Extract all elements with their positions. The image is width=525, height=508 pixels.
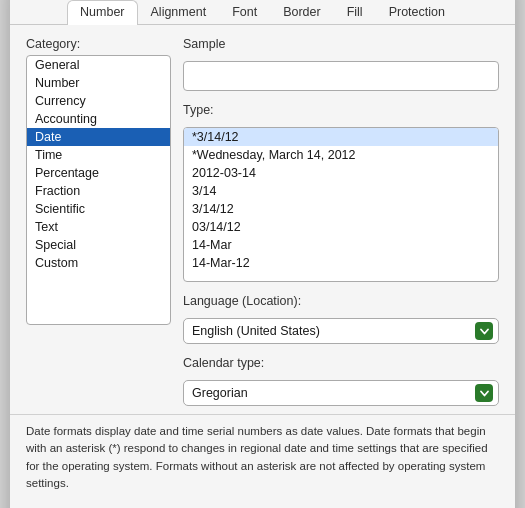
tab-border[interactable]: Border (270, 0, 334, 25)
sample-box (183, 61, 499, 91)
category-item-special[interactable]: Special (27, 236, 170, 254)
category-list[interactable]: General Number Currency Accounting Date … (26, 55, 171, 325)
button-row: Cancel OK (10, 502, 515, 508)
left-panel: Category: General Number Currency Accoun… (26, 37, 171, 406)
tab-font[interactable]: Font (219, 0, 270, 25)
calendar-select-wrapper: Gregorian Islamic Hebrew Japanese (183, 380, 499, 406)
main-content: Category: General Number Currency Accoun… (10, 25, 515, 414)
language-select-wrapper: English (United States) English (UK) Spa… (183, 318, 499, 344)
type-item-8[interactable]: 14-Mar-12 (184, 254, 498, 272)
type-label: Type: (183, 103, 499, 117)
category-item-general[interactable]: General (27, 56, 170, 74)
type-item-4[interactable]: 3/14 (184, 182, 498, 200)
category-item-number[interactable]: Number (27, 74, 170, 92)
type-list[interactable]: *3/14/12 *Wednesday, March 14, 2012 2012… (183, 127, 499, 282)
sample-label: Sample (183, 37, 499, 51)
calendar-label: Calendar type: (183, 356, 499, 370)
category-item-date[interactable]: Date (27, 128, 170, 146)
category-item-time[interactable]: Time (27, 146, 170, 164)
right-panel: Sample Type: *3/14/12 *Wednesday, March … (183, 37, 499, 406)
category-item-text[interactable]: Text (27, 218, 170, 236)
tab-alignment[interactable]: Alignment (138, 0, 220, 25)
tab-number[interactable]: Number (67, 0, 137, 25)
description-text: Date formats display date and time seria… (10, 414, 515, 502)
type-item-6[interactable]: 03/14/12 (184, 218, 498, 236)
type-item-3[interactable]: 2012-03-14 (184, 164, 498, 182)
category-item-accounting[interactable]: Accounting (27, 110, 170, 128)
category-item-custom[interactable]: Custom (27, 254, 170, 272)
tab-protection[interactable]: Protection (376, 0, 458, 25)
category-item-currency[interactable]: Currency (27, 92, 170, 110)
language-select[interactable]: English (United States) English (UK) Spa… (183, 318, 499, 344)
language-label: Language (Location): (183, 294, 499, 308)
category-item-percentage[interactable]: Percentage (27, 164, 170, 182)
type-item-1[interactable]: *3/14/12 (184, 128, 498, 146)
type-item-7[interactable]: 14-Mar (184, 236, 498, 254)
tab-fill[interactable]: Fill (334, 0, 376, 25)
type-item-2[interactable]: *Wednesday, March 14, 2012 (184, 146, 498, 164)
category-item-scientific[interactable]: Scientific (27, 200, 170, 218)
format-cells-dialog: Format Cells Number Alignment Font Borde… (10, 0, 515, 508)
category-label: Category: (26, 37, 171, 51)
category-item-fraction[interactable]: Fraction (27, 182, 170, 200)
calendar-select[interactable]: Gregorian Islamic Hebrew Japanese (183, 380, 499, 406)
type-item-5[interactable]: 3/14/12 (184, 200, 498, 218)
tab-bar: Number Alignment Font Border Fill Protec… (10, 0, 515, 25)
